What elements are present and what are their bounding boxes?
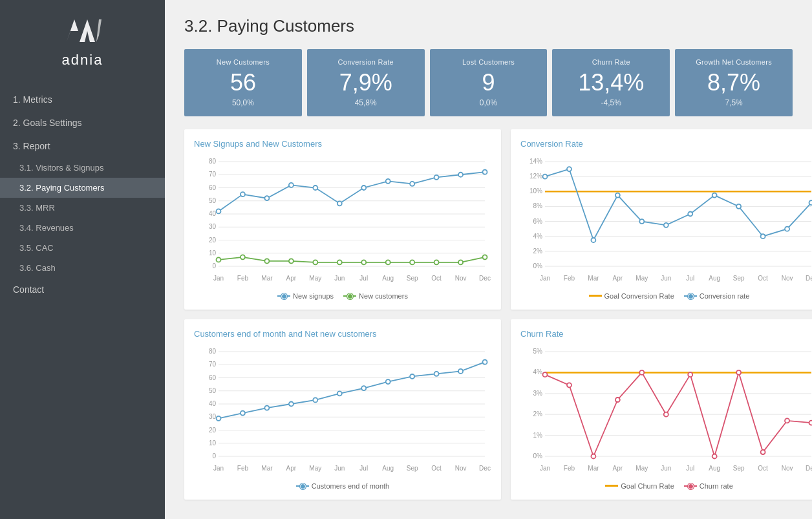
kpi-sub-0: 50,0% (191, 98, 295, 107)
charts-grid: New Signups and New Customers New signup… (184, 129, 793, 500)
conversion-chart-panel: Conversion Rate Goal Conversion Rate Con… (511, 129, 812, 310)
conversion-chart-area (520, 155, 812, 287)
kpi-value-1: 7,9% (314, 70, 418, 96)
kpi-sub-3: -4,5% (559, 98, 663, 107)
churn-chart-area (520, 345, 812, 477)
eom-chart-title: Customers end of month and Net new custo… (194, 329, 491, 339)
kpi-label-2: Lost Customers (436, 58, 541, 66)
eom-line-icon (296, 485, 309, 487)
sidebar-item-contact[interactable]: Contact (0, 278, 165, 301)
sidebar-item-metrics[interactable]: 1. Metrics (0, 88, 165, 111)
sidebar-item-paying[interactable]: 3.2. Paying Customers (0, 178, 165, 198)
sidebar-item-report[interactable]: 3. Report (0, 134, 165, 158)
conversion-chart-title: Conversion Rate (520, 139, 812, 149)
kpi-card-2: Lost Customers 9 0,0% (430, 49, 548, 116)
eom-chart-area (194, 345, 491, 477)
logo-area: adnia (60, 13, 105, 69)
signups-label: New signups (293, 292, 334, 300)
kpi-card-0: New Customers 56 50,0% (184, 49, 302, 116)
eom-label: Customers end of month (312, 482, 389, 490)
customers-label: New customers (359, 292, 408, 300)
signups-chart-area (194, 155, 491, 287)
kpi-label-3: Churn Rate (559, 58, 663, 66)
goal-line-icon (589, 295, 602, 297)
churn-legend: Goal Churn Rate Churn rate (520, 482, 812, 490)
goal-churn-label: Goal Churn Rate (621, 482, 674, 490)
kpi-value-2: 9 (436, 70, 541, 96)
sidebar: adnia 1. Metrics2. Goals Settings3. Repo… (0, 0, 165, 519)
nav: 1. Metrics2. Goals Settings3. Report3.1.… (0, 88, 165, 301)
churn-chart-title: Churn Rate (520, 329, 812, 339)
legend-signups: New signups (277, 292, 334, 300)
kpi-sub-2: 0,0% (436, 98, 541, 107)
signups-chart-panel: New Signups and New Customers New signup… (184, 129, 501, 310)
churn-line-icon (684, 485, 697, 487)
kpi-sub-4: 7,5% (681, 98, 786, 107)
legend-eom: Customers end of month (296, 482, 389, 490)
kpi-sub-1: 45,8% (314, 98, 418, 107)
sidebar-item-mrr[interactable]: 3.3. MRR (0, 198, 165, 218)
page-title: 3.2. Paying Customers (184, 16, 793, 36)
sidebar-item-cac[interactable]: 3.5. CAC (0, 238, 165, 258)
signups-line-icon (277, 295, 290, 297)
kpi-row: New Customers 56 50,0% Conversion Rate 7… (184, 49, 793, 116)
logo-text: adnia (62, 52, 103, 69)
conversion-rate-label: Conversion rate (700, 292, 750, 300)
main-content: 3.2. Paying Customers New Customers 56 5… (165, 0, 812, 519)
churn-rate-label: Churn rate (700, 482, 733, 490)
sidebar-item-cash[interactable]: 3.6. Cash (0, 258, 165, 278)
conversion-legend: Goal Conversion Rate Conversion rate (520, 292, 812, 300)
churn-chart-panel: Churn Rate Goal Churn Rate Churn rate (511, 319, 812, 500)
legend-churn-rate: Churn rate (684, 482, 733, 490)
sidebar-item-revenues[interactable]: 3.4. Revenues (0, 218, 165, 238)
conversion-line-icon (684, 295, 697, 297)
signups-chart-title: New Signups and New Customers (194, 139, 491, 149)
legend-goal-churn: Goal Churn Rate (605, 482, 674, 490)
kpi-value-4: 8,7% (681, 70, 786, 96)
goal-conversion-label: Goal Conversion Rate (604, 292, 674, 300)
sidebar-item-visitors[interactable]: 3.1. Visitors & Signups (0, 158, 165, 178)
legend-goal-conversion: Goal Conversion Rate (589, 292, 674, 300)
eom-chart-panel: Customers end of month and Net new custo… (184, 319, 501, 500)
signups-legend: New signups New customers (194, 292, 491, 300)
kpi-value-3: 13,4% (559, 70, 663, 96)
kpi-card-3: Churn Rate 13,4% -4,5% (552, 49, 670, 116)
goal-churn-line-icon (605, 485, 618, 487)
eom-legend: Customers end of month (194, 482, 491, 490)
kpi-label-1: Conversion Rate (314, 58, 418, 66)
kpi-card-1: Conversion Rate 7,9% 45,8% (307, 49, 425, 116)
legend-conversion-rate: Conversion rate (684, 292, 750, 300)
kpi-value-0: 56 (191, 70, 295, 96)
logo-icon (60, 13, 105, 48)
sidebar-item-goals[interactable]: 2. Goals Settings (0, 111, 165, 134)
legend-customers: New customers (343, 292, 408, 300)
kpi-label-0: New Customers (191, 58, 295, 66)
kpi-label-4: Growth Net Customers (681, 58, 786, 66)
customers-line-icon (343, 295, 356, 297)
kpi-card-4: Growth Net Customers 8,7% 7,5% (675, 49, 793, 116)
